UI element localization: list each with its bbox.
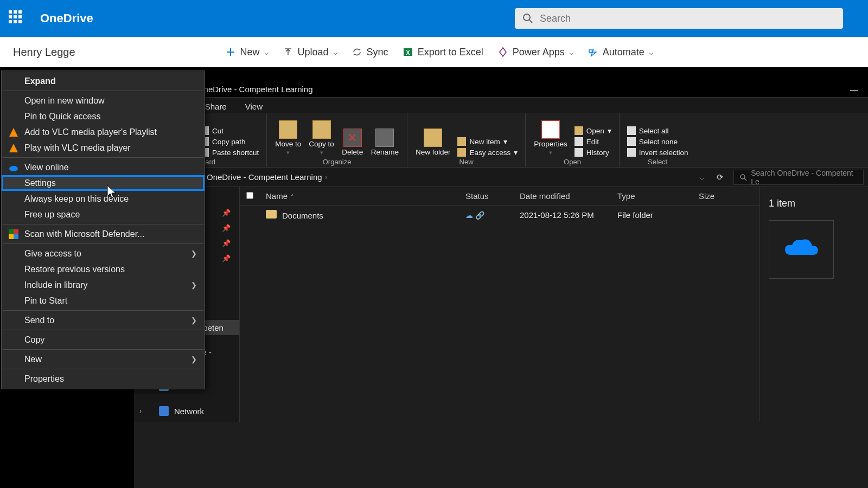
col-date[interactable]: Date modified [520, 191, 617, 201]
column-headers: Name˄ Status Date modified Type Size [240, 187, 760, 206]
edit-button[interactable]: Edit [575, 137, 611, 146]
folder-icon [266, 210, 277, 219]
selectall-icon [627, 126, 636, 135]
ctx-new[interactable]: New❯ [2, 351, 205, 367]
delete-button[interactable]: Delete [339, 127, 366, 158]
group-new-label: New [459, 158, 474, 166]
web-command-bar: Henry Legge New⌵ Upload⌵ Sync X Export t… [0, 37, 868, 67]
powerapps-icon [497, 47, 508, 57]
search-placeholder: Search OneDrive - Competent Le [751, 170, 858, 185]
copy-path-button[interactable]: Copy path [200, 137, 259, 146]
select-none-button[interactable]: Select none [627, 137, 688, 146]
new-folder-button[interactable]: New folder [413, 127, 454, 158]
ctx-properties[interactable]: Properties [2, 371, 205, 387]
rename-button[interactable]: Rename [368, 127, 401, 158]
upload-label: Upload [298, 47, 329, 58]
new-item-button[interactable]: New item ▾ [457, 137, 518, 146]
group-new: New folder New item ▾ Easy access ▾ New [407, 113, 526, 167]
minimize-button[interactable]: — [840, 85, 868, 94]
file-type: File folder [617, 210, 699, 220]
ctx-expand[interactable]: Expand [2, 73, 205, 89]
search-icon [739, 174, 746, 181]
select-all-checkbox[interactable] [246, 192, 253, 199]
ctx-give-access[interactable]: Give access to❯ [2, 246, 205, 261]
invert-selection-button[interactable]: Invert selection [627, 148, 688, 157]
ctx-view-online[interactable]: View online [2, 159, 205, 175]
ctx-open-new-window[interactable]: Open in new window [2, 93, 205, 108]
new-button[interactable]: New⌵ [225, 47, 269, 58]
group-organize-label: Organize [323, 158, 352, 166]
ctx-defender-scan[interactable]: Scan with Microsoft Defender... [2, 226, 205, 242]
col-size[interactable]: Size [699, 191, 753, 201]
svg-line-6 [744, 178, 746, 181]
easyaccess-icon [457, 148, 466, 157]
details-pane: 1 item [760, 187, 868, 422]
move-to-button[interactable]: Move to▾ [272, 119, 304, 158]
breadcrumb-current[interactable]: OneDrive - Competent Learning › [207, 172, 328, 182]
vlc-icon [9, 144, 18, 152]
col-type[interactable]: Type [617, 191, 699, 201]
open-button[interactable]: Open ▾ [575, 126, 611, 135]
history-icon [575, 148, 583, 157]
paste-shortcut-button[interactable]: Paste shortcut [200, 148, 259, 157]
owner-name: Henry Legge [13, 46, 75, 59]
file-list: Name˄ Status Date modified Type Size Doc… [240, 187, 760, 422]
ctx-pin-quick-access[interactable]: Pin to Quick access [2, 108, 205, 124]
ctx-vlc-playlist[interactable]: Add to VLC media player's Playlist [2, 124, 205, 140]
selectnone-icon [627, 137, 636, 146]
explorer-search[interactable]: Search OneDrive - Competent Le [733, 170, 864, 185]
file-name: Documents [282, 211, 323, 220]
history-button[interactable]: History [575, 148, 611, 157]
svg-point-7 [9, 166, 18, 171]
tab-share[interactable]: Share [205, 102, 227, 113]
group-select: Select all Select none Invert selection … [620, 113, 696, 167]
ctx-include-library[interactable]: Include in library❯ [2, 277, 205, 293]
newitem-icon [457, 137, 466, 146]
ctx-copy[interactable]: Copy [2, 332, 205, 348]
ctx-free-up-space[interactable]: Free up space [2, 207, 205, 222]
properties-button[interactable]: Properties▾ [531, 119, 570, 158]
search-input[interactable] [540, 13, 835, 24]
path-dropdown[interactable]: ⌵ [697, 172, 707, 182]
sync-icon [352, 47, 362, 57]
select-all-button[interactable]: Select all [627, 126, 688, 135]
explorer-titlebar: | OneDrive - Competent Learning — [134, 81, 868, 98]
col-name[interactable]: Name˄ [266, 191, 465, 201]
app-launcher-icon[interactable] [9, 10, 25, 27]
search-box[interactable] [515, 8, 843, 29]
copy-to-button[interactable]: Copy to▾ [306, 119, 337, 158]
ctx-vlc-play[interactable]: Play with VLC media player [2, 140, 205, 156]
col-status[interactable]: Status [465, 191, 520, 201]
automate-button[interactable]: Automate⌵ [588, 47, 653, 58]
cloud-icon [9, 163, 18, 172]
ctx-pin-start[interactable]: Pin to Start [2, 293, 205, 309]
upload-icon [283, 47, 293, 57]
svg-point-0 [524, 14, 530, 21]
cut-button[interactable]: Cut [200, 126, 259, 135]
nav-network[interactable]: ›Network [134, 403, 239, 419]
sync-button[interactable]: Sync [352, 47, 388, 58]
onedrive-large-icon [782, 236, 820, 263]
automate-icon [588, 47, 598, 57]
group-organize: Move to▾ Copy to▾ Delete Rename Organize [267, 113, 407, 167]
search-icon [522, 13, 533, 24]
ctx-send-to[interactable]: Send to❯ [2, 312, 205, 328]
easy-access-button[interactable]: Easy access ▾ [457, 148, 518, 157]
ctx-settings[interactable]: Settings [2, 175, 205, 191]
upload-button[interactable]: Upload⌵ [283, 47, 337, 58]
group-select-label: Select [648, 158, 667, 166]
excel-icon: X [403, 47, 413, 57]
mouse-cursor-icon [106, 184, 118, 203]
tab-view[interactable]: View [245, 102, 263, 113]
sync-status-icon: ☁ 🔗 [465, 211, 520, 220]
details-thumbnail [769, 220, 834, 279]
export-excel-button[interactable]: X Export to Excel [403, 47, 483, 58]
group-open-label: Open [564, 158, 581, 166]
ctx-restore-versions[interactable]: Restore previous versions [2, 261, 205, 277]
refresh-button[interactable]: ⟳ [712, 172, 728, 182]
ribbon-tabs: ne Share View [134, 98, 868, 113]
plus-icon [225, 47, 236, 57]
power-apps-button[interactable]: Power Apps⌵ [497, 47, 573, 58]
file-row[interactable]: Documents ☁ 🔗 2021-08-12 5:26 PM File fo… [240, 206, 760, 224]
ctx-always-keep[interactable]: Always keep on this device [2, 191, 205, 207]
